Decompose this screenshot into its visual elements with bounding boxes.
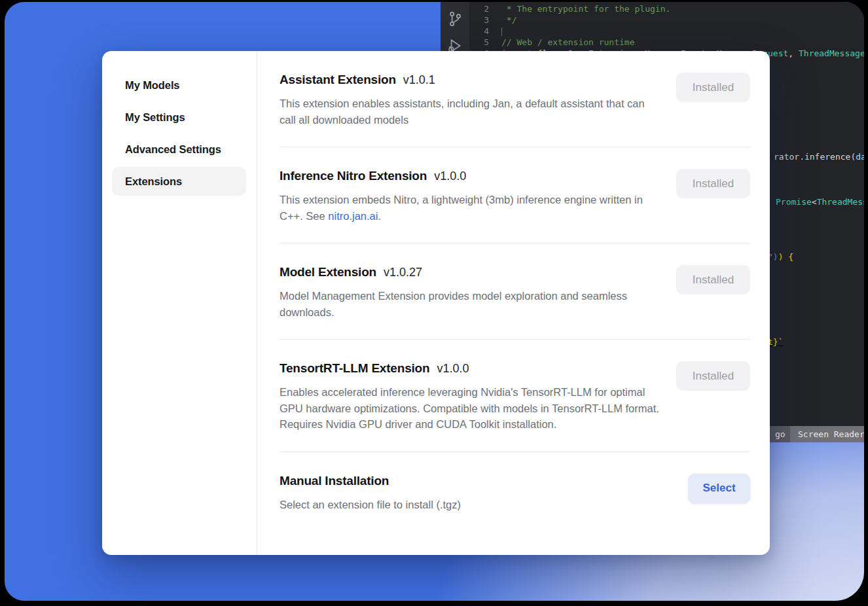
code-text: // Web / extension runtime bbox=[489, 37, 635, 48]
sidebar-item-my-models[interactable]: My Models bbox=[112, 71, 246, 99]
code-line: 2 * The entrypoint for the plugin. bbox=[469, 3, 864, 14]
extension-description: This extension embeds Nitro, a lightweig… bbox=[280, 192, 662, 224]
extension-info: Assistant Extension v1.0.1 This extensio… bbox=[280, 73, 662, 128]
extension-description: Model Management Extension provides mode… bbox=[280, 288, 662, 320]
extension-name: Inference Nitro Extension bbox=[280, 169, 427, 183]
text-cursor bbox=[501, 27, 502, 36]
extensions-list: Assistant Extension v1.0.1 This extensio… bbox=[257, 51, 770, 555]
line-number: 4 bbox=[469, 26, 489, 37]
settings-modal: My Models My Settings Advanced Settings … bbox=[102, 51, 770, 555]
extension-row-assistant: Assistant Extension v1.0.1 This extensio… bbox=[280, 51, 750, 147]
description-text: . bbox=[378, 210, 381, 222]
desktop-background: 2 * The entrypoint for the plugin. 3 */ … bbox=[5, 2, 864, 601]
sidebar-item-my-settings[interactable]: My Settings bbox=[112, 103, 246, 132]
code-text: */ bbox=[489, 14, 516, 26]
code-text: * The entrypoint for the plugin. bbox=[489, 3, 670, 14]
screen-reader-status-item[interactable]: Screen Reader Optimized bbox=[790, 426, 864, 442]
extension-name: Assistant Extension bbox=[280, 73, 396, 87]
installed-button[interactable]: Installed bbox=[676, 169, 750, 198]
extension-description: Enables accelerated inference leveraging… bbox=[280, 384, 662, 433]
status-bar-text[interactable]: go bbox=[775, 426, 786, 442]
extension-name: Model Extension bbox=[280, 265, 376, 279]
installed-button[interactable]: Installed bbox=[676, 361, 750, 391]
source-control-icon[interactable] bbox=[446, 10, 463, 27]
code-line: 5 // Web / extension runtime bbox=[469, 37, 864, 48]
manual-installation-title: Manual Installation bbox=[280, 474, 389, 488]
code-fragment: t}` bbox=[768, 336, 783, 348]
extension-info: Manual Installation Select an extension … bbox=[280, 474, 461, 513]
settings-sidebar: My Models My Settings Advanced Settings … bbox=[102, 51, 257, 555]
line-number: 2 bbox=[469, 3, 489, 14]
code-fragment: Promise<ThreadMessage> bbox=[776, 196, 864, 207]
extension-row-model: Model Extension v1.0.27 Model Management… bbox=[280, 243, 750, 340]
extension-info: Model Extension v1.0.27 Model Management… bbox=[280, 265, 662, 320]
manual-installation-description: Select an extension file to install (.tg… bbox=[280, 497, 461, 513]
extension-version: v1.0.0 bbox=[437, 362, 469, 376]
code-text bbox=[489, 26, 502, 37]
extension-info: TensortRT-LLM Extension v1.0.0 Enables a… bbox=[280, 361, 662, 433]
extension-name: TensortRT-LLM Extension bbox=[280, 361, 429, 376]
extension-version: v1.0.1 bbox=[403, 73, 435, 87]
sidebar-item-extensions[interactable]: Extensions bbox=[112, 167, 246, 196]
select-file-button[interactable]: Select bbox=[688, 474, 750, 503]
extension-info: Inference Nitro Extension v1.0.0 This ex… bbox=[280, 169, 662, 224]
installed-button[interactable]: Installed bbox=[676, 73, 750, 102]
code-line: 4 bbox=[469, 26, 864, 37]
extension-description: This extension enables assistants, inclu… bbox=[280, 96, 662, 128]
extension-version: v1.0.0 bbox=[434, 169, 466, 183]
line-number: 5 bbox=[469, 37, 489, 48]
code-fragment: ")) { bbox=[768, 251, 793, 262]
installed-button[interactable]: Installed bbox=[676, 265, 750, 294]
nitro-jan-ai-link[interactable]: nitro.jan.ai bbox=[328, 210, 378, 222]
extension-version: v1.0.27 bbox=[384, 266, 422, 279]
code-line: 3 */ bbox=[469, 14, 864, 26]
extension-row-tensorrt-llm: TensortRT-LLM Extension v1.0.0 Enables a… bbox=[280, 340, 750, 452]
sidebar-item-advanced-settings[interactable]: Advanced Settings bbox=[112, 135, 246, 164]
line-number: 3 bbox=[469, 14, 489, 26]
extension-row-inference-nitro: Inference Nitro Extension v1.0.0 This ex… bbox=[280, 147, 750, 243]
manual-installation-row: Manual Installation Select an extension … bbox=[280, 452, 750, 532]
code-fragment: rator.inference(data)); bbox=[774, 151, 864, 162]
